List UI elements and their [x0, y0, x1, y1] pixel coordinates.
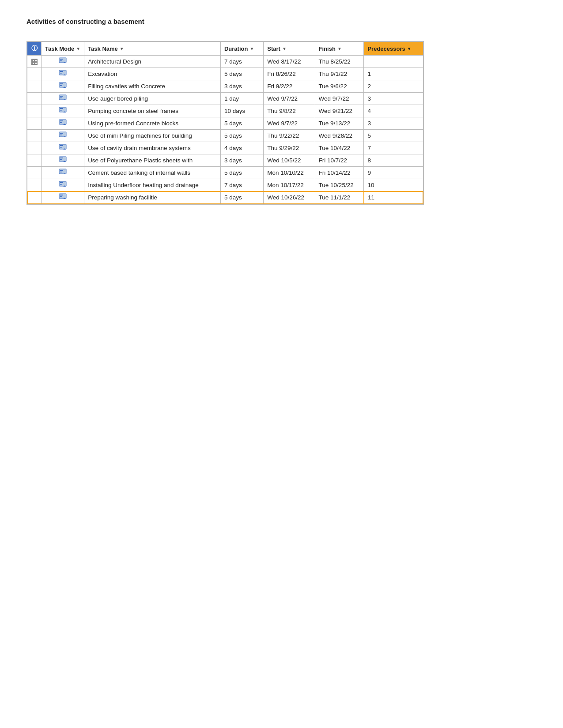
- table-row: Excavation5 daysFri 8/26/22Thu 9/1/221: [27, 68, 423, 80]
- svg-rect-31: [60, 182, 63, 183]
- row-info-cell: [27, 167, 42, 179]
- svg-rect-23: [60, 147, 62, 148]
- row-duration: 5 days: [220, 130, 263, 142]
- row-info-cell: [27, 154, 42, 167]
- row-start: Fri 9/2/22: [264, 80, 315, 93]
- row-duration: 7 days: [220, 179, 263, 191]
- row-task-name: Use auger bored piling: [84, 93, 221, 105]
- svg-rect-3: [59, 70, 66, 75]
- svg-rect-33: [59, 194, 66, 199]
- row-duration: 3 days: [220, 154, 263, 167]
- duration-sort-arrow: ▼: [249, 46, 254, 51]
- row-task-mode-cell: [42, 117, 84, 130]
- col-header-predecessors[interactable]: Predecessors ▼: [364, 42, 423, 56]
- svg-rect-35: [60, 196, 62, 197]
- row-duration: 5 days: [220, 68, 263, 80]
- col-start-label: Start: [267, 45, 280, 52]
- svg-rect-27: [59, 169, 66, 174]
- col-header-task-mode[interactable]: Task Mode ▼: [42, 42, 84, 56]
- svg-rect-28: [60, 170, 63, 171]
- row-finish: Thu 8/25/22: [315, 56, 364, 68]
- row-finish: Tue 9/13/22: [315, 117, 364, 130]
- row-info-cell: [27, 80, 42, 93]
- svg-rect-7: [60, 83, 63, 84]
- svg-rect-12: [59, 107, 66, 112]
- row-finish: Tue 10/25/22: [315, 179, 364, 191]
- row-finish: Wed 9/28/22: [315, 130, 364, 142]
- row-task-mode-cell: [42, 191, 84, 204]
- row-finish: Thu 9/1/22: [315, 68, 364, 80]
- row-duration: 5 days: [220, 191, 263, 204]
- task-mode-icon: [59, 119, 67, 128]
- svg-rect-11: [60, 98, 62, 98]
- col-header-duration[interactable]: Duration ▼: [220, 42, 263, 56]
- row-info-cell: [27, 105, 42, 117]
- row-task-mode-cell: [42, 130, 84, 142]
- task-mode-icon: [59, 94, 67, 103]
- svg-rect-9: [59, 95, 66, 100]
- svg-rect-20: [60, 135, 62, 135]
- col-header-task-name[interactable]: Task Name ▼: [84, 42, 221, 56]
- table-row: Use of cavity drain membrane systems4 da…: [27, 142, 423, 154]
- task-mode-icon: [59, 193, 67, 202]
- row-task-name: Use of Polyurethane Plastic sheets with: [84, 154, 221, 167]
- row-finish: Wed 9/21/22: [315, 105, 364, 117]
- row-predecessors: 7: [364, 142, 423, 154]
- row-predecessors: 3: [364, 117, 423, 130]
- row-start: Fri 8/26/22: [264, 68, 315, 80]
- row-task-name: Pumping concrete on steel frames: [84, 105, 221, 117]
- svg-rect-10: [60, 96, 63, 97]
- table-row: Filling cavaties with Concrete3 daysFri …: [27, 80, 423, 93]
- row-task-name: Filling cavaties with Concrete: [84, 80, 221, 93]
- svg-rect-34: [60, 195, 63, 195]
- col-header-finish[interactable]: Finish ▼: [315, 42, 364, 56]
- row-finish: Tue 11/1/22: [315, 191, 364, 204]
- row-start: Wed 9/7/22: [264, 117, 315, 130]
- row-predecessors: 3: [364, 93, 423, 105]
- row-finish: Tue 10/4/22: [315, 142, 364, 154]
- table-row: Cement based tanking of internal walls5 …: [27, 167, 423, 179]
- row-info-cell: [27, 93, 42, 105]
- row-finish: Fri 10/7/22: [315, 154, 364, 167]
- row-predecessors: 1: [364, 68, 423, 80]
- row-predecessors: [364, 56, 423, 68]
- row-task-mode-cell: [42, 154, 84, 167]
- svg-rect-32: [60, 184, 62, 185]
- row-info-cell: [27, 142, 42, 154]
- row-task-mode-cell: [42, 80, 84, 93]
- svg-rect-4: [60, 71, 63, 72]
- svg-rect-26: [60, 159, 62, 160]
- row-duration: 10 days: [220, 105, 263, 117]
- row-task-mode-cell: [42, 142, 84, 154]
- row-duration: 5 days: [220, 167, 263, 179]
- svg-rect-24: [59, 157, 66, 161]
- col-header-info: ⓘ: [27, 42, 42, 56]
- row-predecessors: 2: [364, 80, 423, 93]
- table-row: Preparing washing facilitie5 daysWed 10/…: [27, 191, 423, 204]
- row-start: Thu 9/22/22: [264, 130, 315, 142]
- col-task-mode-label: Task Mode: [45, 45, 74, 52]
- row-info-cell: [27, 130, 42, 142]
- row-info-cell: [27, 68, 42, 80]
- info-icon: ⓘ: [31, 45, 38, 52]
- row-task-name: Architectural Design: [84, 56, 221, 68]
- svg-rect-1: [60, 59, 63, 60]
- row-info-cell: [27, 56, 42, 68]
- row-predecessors: 10: [364, 179, 423, 191]
- row-task-name: Use of mini Piling machines for building: [84, 130, 221, 142]
- row-task-name: Preparing washing facilitie: [84, 191, 221, 204]
- col-predecessors-label: Predecessors: [367, 45, 405, 52]
- row-duration: 1 day: [220, 93, 263, 105]
- page-title: Activities of constructing a basement: [26, 18, 537, 25]
- task-table: ⓘ Task Mode ▼ Task Name ▼ Durat: [27, 41, 423, 204]
- table-row: Use of Polyurethane Plastic sheets with3…: [27, 154, 423, 167]
- row-info-cell: [27, 191, 42, 204]
- row-task-mode-cell: [42, 93, 84, 105]
- svg-rect-25: [60, 158, 63, 158]
- svg-rect-6: [59, 83, 66, 87]
- grid-icon: [31, 59, 38, 65]
- row-duration: 3 days: [220, 80, 263, 93]
- task-mode-sort-arrow: ▼: [76, 46, 80, 51]
- col-header-start[interactable]: Start ▼: [264, 42, 315, 56]
- col-finish-label: Finish: [319, 45, 336, 52]
